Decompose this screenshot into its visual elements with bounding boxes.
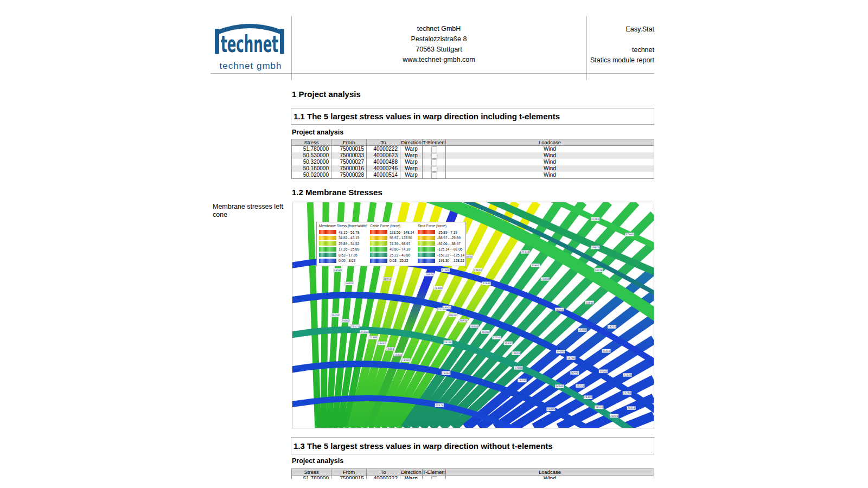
table-cell xyxy=(423,159,446,165)
table-cell: 50.320000 xyxy=(292,159,331,165)
legend-swatch xyxy=(370,247,387,252)
legend-range: 43.15 - 51.78 xyxy=(339,230,359,234)
t-element-checkbox[interactable] xyxy=(431,166,437,172)
legend-swatch xyxy=(418,241,435,246)
company-name: technet GmbH xyxy=(291,24,586,34)
table-cell: 40000222 xyxy=(367,476,400,479)
column-header: Direction xyxy=(400,139,423,146)
table-cell: 50.180000 xyxy=(292,165,331,172)
svg-text:31450: 31450 xyxy=(602,350,610,352)
section-1-heading: 1 Project analysis xyxy=(292,89,361,99)
column-header: To xyxy=(367,469,400,476)
svg-text:24180: 24180 xyxy=(481,331,489,333)
technet-logo-mark: technet xyxy=(210,16,289,59)
legend-range: -125.14 - -92.06 xyxy=(437,247,462,251)
table-cell: Wind xyxy=(446,476,654,479)
legend-swatch xyxy=(418,253,435,257)
legend-swatch xyxy=(418,236,435,240)
column-header: Loadcase xyxy=(446,139,654,146)
report-info: Easy.Stat technet Statics module report xyxy=(586,24,654,66)
legend-group-title: Strut Force (force) xyxy=(418,224,464,228)
legend-entry: 0.00 - 8.63 xyxy=(319,258,367,264)
table-cell xyxy=(423,165,446,172)
table-cell: Warp xyxy=(400,159,423,165)
table-cell: 40000488 xyxy=(367,159,400,165)
legend-range: -158.22 - -125.14 xyxy=(437,253,464,257)
legend-entry: -191.30 - -158.22 xyxy=(418,258,464,264)
stress-table-2: StressFromToDirectionT-ElementLoadcase51… xyxy=(291,468,654,479)
svg-text:19020: 19020 xyxy=(512,352,520,355)
t-element-checkbox[interactable] xyxy=(431,159,437,165)
table-cell: Warp xyxy=(400,172,423,178)
svg-text:28930: 28930 xyxy=(459,319,468,322)
legend-swatch xyxy=(370,241,387,246)
svg-text:26190: 26190 xyxy=(331,314,340,317)
table-cell: 75000015 xyxy=(331,146,367,152)
svg-text:24820: 24820 xyxy=(547,408,555,410)
t-element-checkbox[interactable] xyxy=(431,146,437,152)
column-header: Stress xyxy=(292,469,331,476)
legend-swatch xyxy=(319,259,336,263)
legend-range: 74.39 - 98.97 xyxy=(390,242,410,246)
legend-swatch xyxy=(418,259,435,263)
svg-text:20910: 20910 xyxy=(384,278,392,280)
table-cell: Warp xyxy=(400,146,423,152)
header-rule xyxy=(210,73,654,74)
figure-legend: Membrane Stress (force/width)43.15 - 51.… xyxy=(316,222,466,266)
table-cell: 40000514 xyxy=(367,172,400,178)
legend-entry: 74.39 - 98.97 xyxy=(370,241,414,247)
legend-swatch xyxy=(418,247,435,252)
report-title: Statics module report xyxy=(586,55,654,66)
svg-text:26800: 26800 xyxy=(470,325,478,328)
table2-title: Project analysis xyxy=(292,457,343,465)
table-cell: 75000028 xyxy=(331,172,367,178)
legend-range: 0.00 - 8.63 xyxy=(339,259,355,262)
t-element-checkbox[interactable] xyxy=(431,476,437,479)
legend-entry: -25.89 - 7.19 xyxy=(418,229,464,235)
legend-entry: 43.15 - 51.78 xyxy=(319,229,367,235)
legend-swatch xyxy=(370,259,387,263)
legend-range: 8.63 - 17.26 xyxy=(339,253,358,257)
svg-text:16840: 16840 xyxy=(585,301,593,304)
legend-range: 123.56 - 148.14 xyxy=(390,230,414,234)
t-element-checkbox[interactable] xyxy=(431,172,437,178)
legend-swatch xyxy=(319,241,336,246)
column-header: Loadcase xyxy=(446,469,654,476)
svg-text:22440: 22440 xyxy=(626,233,634,236)
table-cell xyxy=(423,476,446,479)
svg-text:18400: 18400 xyxy=(378,342,386,345)
svg-text:24110: 24110 xyxy=(627,407,635,409)
company-address: technet GmbH Pestalozzistraße 8 70563 St… xyxy=(291,24,586,65)
svg-text:16060: 16060 xyxy=(386,348,394,350)
column-header: Stress xyxy=(292,139,331,146)
table-cell: Wind xyxy=(446,165,654,172)
svg-text:18310: 18310 xyxy=(595,269,603,272)
legend-swatch xyxy=(319,230,336,234)
legend-entry: -58.97 - -25.89 xyxy=(418,235,464,241)
table-cell xyxy=(423,152,446,159)
legend-entry: 25.22 - 49.80 xyxy=(370,252,414,258)
legend-range: 17.26 - 25.89 xyxy=(339,247,359,251)
svg-text:25060: 25060 xyxy=(341,319,349,322)
svg-text:24940: 24940 xyxy=(334,269,342,272)
svg-text:23571: 23571 xyxy=(436,404,444,407)
section-1-3-heading: 1.3 The 5 largest stress values in warp … xyxy=(291,437,654,454)
legend-range: 25.89 - 34.52 xyxy=(339,242,359,246)
svg-text:28400: 28400 xyxy=(584,396,592,399)
svg-text:19080: 19080 xyxy=(557,350,565,353)
table-cell: 75000027 xyxy=(331,159,367,165)
svg-text:32210: 32210 xyxy=(576,384,584,387)
svg-text:21980: 21980 xyxy=(369,336,378,339)
legend-group: Membrane Stress (force/width)43.15 - 51.… xyxy=(319,224,367,264)
t-element-checkbox[interactable] xyxy=(431,153,437,159)
vendor-name: technet xyxy=(586,45,654,55)
table-cell: Warp xyxy=(400,152,423,159)
membrane-figure: 2619024940250602482023571243602198020910… xyxy=(292,202,654,428)
section-1-1-heading: 1.1 The 5 largest stress values in warp … xyxy=(291,108,654,125)
svg-text:26510: 26510 xyxy=(595,406,603,409)
svg-text:20760: 20760 xyxy=(556,309,564,311)
svg-text:24360: 24360 xyxy=(360,331,368,333)
legend-swatch xyxy=(370,253,387,257)
table-cell: 75000015 xyxy=(331,476,367,479)
svg-text:22750: 22750 xyxy=(493,336,501,339)
